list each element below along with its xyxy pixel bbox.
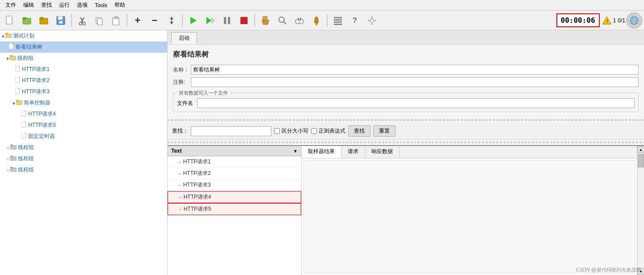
paste-button[interactable] [108, 12, 124, 29]
name-label: 名称： [173, 66, 191, 74]
case-sensitive-checkbox[interactable] [274, 128, 280, 134]
menu-file[interactable]: 文件 [2, 0, 20, 10]
tree-node-http3[interactable]: HTTP请求3 [0, 86, 167, 97]
scroll-thumb[interactable] [638, 154, 644, 167]
folder-icon-plan [5, 33, 12, 39]
save-template-button[interactable] [36, 12, 52, 29]
menu-tools[interactable]: Tools [91, 1, 111, 9]
folder-icon-thread3 [10, 155, 17, 162]
menu-options[interactable]: 选项 [73, 0, 91, 10]
svg-rect-39 [334, 21, 342, 23]
tree-node-http2[interactable]: HTTP请求2 [0, 75, 167, 86]
regex-checkbox[interactable] [311, 128, 317, 134]
globe-button[interactable] [626, 12, 642, 29]
tree-label-thread4: 线程组 [18, 166, 34, 174]
tree-connector-thread3: ○ [6, 156, 9, 162]
help-button[interactable]: ? [347, 12, 363, 29]
separator-3 [182, 14, 183, 27]
svg-rect-5 [40, 17, 43, 19]
result-item-1[interactable]: – HTTP请求1 [168, 156, 301, 168]
filename-input[interactable] [197, 98, 635, 108]
tree-node-thread4[interactable]: ○ 线程组 [0, 164, 167, 175]
tree-node-thread3[interactable]: ○ 线程组 [0, 153, 167, 164]
section-divider-1 [168, 119, 644, 121]
result-item-4[interactable]: – HTTP请求4 [168, 191, 301, 203]
stop-button[interactable] [236, 12, 252, 29]
svg-rect-23 [224, 17, 226, 24]
tab-request[interactable]: 请求 [341, 146, 365, 158]
run-partial-button[interactable] [202, 12, 218, 29]
folder-icon-thread2 [10, 144, 17, 151]
comment-input[interactable] [191, 77, 639, 87]
svg-point-41 [370, 19, 374, 22]
svg-rect-54 [5, 33, 8, 34]
tab-sampler-result[interactable]: 取样器结果 [302, 146, 341, 158]
settings-button[interactable] [364, 12, 380, 29]
svg-rect-37 [334, 17, 342, 18]
result-tabs-header: 取样器结果 请求 响应数据 [302, 146, 637, 158]
warning-badge: ! 1 [602, 17, 616, 25]
move-button[interactable] [164, 12, 180, 29]
tree-node-http5[interactable]: HTTP请求5 [0, 120, 167, 131]
menu-help[interactable]: 帮助 [111, 0, 129, 10]
remove-button[interactable]: − [147, 12, 163, 29]
menu-run[interactable]: 运行 [55, 0, 73, 10]
tree-node-http4[interactable]: HTTP请求4 [0, 108, 167, 120]
tree-label-http4: HTTP请求4 [28, 110, 56, 118]
scroll-up-arrow[interactable]: ▲ [637, 146, 644, 153]
result-item-3[interactable]: – HTTP请求3 [168, 179, 301, 191]
result-item-5[interactable]: – HTTP请求5 [168, 203, 301, 215]
tree-node-view-result[interactable]: 察看结果树 [0, 42, 167, 53]
copy-button[interactable] [91, 12, 107, 29]
add-button[interactable]: + [130, 12, 146, 29]
tree-node-timer[interactable]: 固定定时器 [0, 131, 167, 142]
binoculars-button[interactable] [291, 12, 307, 29]
tree-node-http1[interactable]: HTTP请求1 [0, 64, 167, 75]
menu-edit[interactable]: 编辑 [20, 0, 38, 10]
tab-start[interactable]: 启动 [171, 32, 197, 44]
regex-group: 正则表达式 [311, 127, 345, 135]
tree-label-http3: HTTP请求3 [22, 88, 50, 96]
column-dropdown-arrow[interactable]: ▼ [293, 149, 298, 154]
main-container: ♦ 测试计划 察看结果树 ♦ 线程组 [0, 30, 644, 275]
menu-find[interactable]: 查找 [38, 0, 55, 10]
new-button[interactable] [2, 12, 18, 29]
file-icon-view-result [9, 43, 14, 51]
tree-node-simple[interactable]: ♦ 简单控制器 [0, 97, 167, 108]
svg-rect-1 [10, 16, 12, 18]
tree-node-thread1[interactable]: ♦ 线程组 [0, 53, 167, 64]
bell-button[interactable] [308, 12, 324, 29]
column-header-text: Text [171, 148, 182, 154]
svg-point-28 [279, 17, 284, 22]
svg-point-11 [79, 22, 82, 25]
name-input[interactable] [191, 65, 639, 75]
tree-label-http2: HTTP请求2 [22, 77, 50, 84]
tree-node-plan[interactable]: ♦ 测试计划 [0, 30, 167, 42]
search-toolbar-button[interactable] [274, 12, 290, 29]
case-sensitive-label: 区分大小写 [282, 127, 308, 135]
search-bar: 查找： 区分大小写 正则表达式 查找 重置 [168, 123, 644, 140]
svg-rect-26 [263, 17, 267, 20]
save-button[interactable] [53, 12, 69, 29]
svg-rect-8 [59, 21, 63, 24]
list-button[interactable] [330, 12, 346, 29]
tree-node-thread2[interactable]: ○ 线程组 [0, 142, 167, 153]
svg-marker-17 [170, 17, 173, 19]
tree-label-simple: 简单控制器 [24, 99, 51, 107]
file-group-legend: 所有数据写入一个文件 [177, 90, 230, 96]
pause-button[interactable] [219, 12, 235, 29]
error-count: 0/1 [618, 17, 625, 24]
reset-button[interactable]: 重置 [373, 125, 396, 137]
svg-rect-32 [299, 21, 300, 22]
tab-response-data[interactable]: 响应数据 [365, 146, 400, 158]
clear-button[interactable] [257, 12, 274, 29]
separator-2 [126, 14, 127, 27]
folder-icon-thread1 [10, 55, 16, 62]
find-button[interactable]: 查找 [348, 125, 370, 137]
open-button[interactable] [19, 12, 35, 29]
result-item-2[interactable]: – HTTP请求2 [168, 168, 301, 179]
run-button[interactable] [185, 12, 201, 29]
search-input[interactable] [191, 126, 271, 136]
separator-1 [71, 14, 72, 27]
cut-button[interactable] [74, 12, 90, 29]
